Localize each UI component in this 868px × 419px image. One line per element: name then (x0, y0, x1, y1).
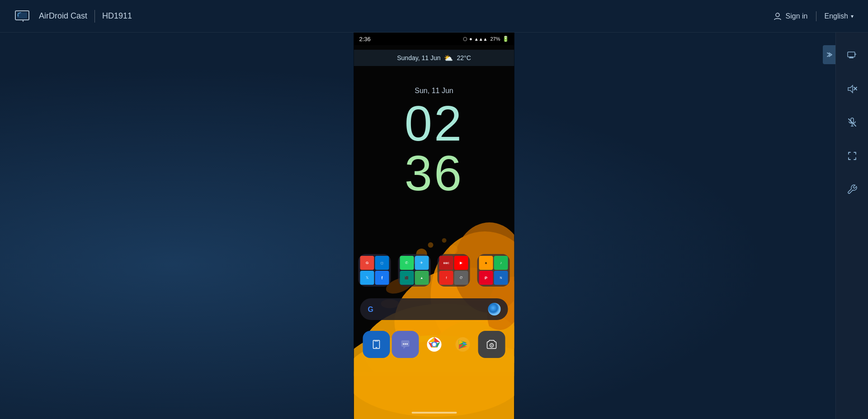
svg-point-24 (405, 344, 406, 345)
screen-mirror-button[interactable] (843, 46, 862, 65)
phone-status-bar: 2:36 ⬡ ● ▲▲▲ 27% 🔋 (354, 33, 514, 45)
weather-date: Sunday, 11 Jun (397, 54, 440, 61)
twitter-icon: 𝕏 (360, 271, 374, 285)
bluetooth-status-icon: ⬡ (463, 36, 467, 42)
dock-phone-icon[interactable] (363, 331, 390, 358)
right-sidebar (835, 33, 868, 419)
pinterest-icon: P (479, 271, 493, 285)
svg-point-14 (428, 242, 434, 248)
header-divider2 (816, 11, 816, 21)
weather-bar: Sunday, 11 Jun ⛅ 22°C (354, 50, 514, 66)
mic-off-button[interactable] (843, 113, 862, 132)
spotify-icon: ♪ (494, 256, 508, 270)
folder-social-email[interactable]: G ◻ 𝕏 f (359, 254, 391, 287)
svg-point-16 (442, 238, 447, 243)
telegram-icon: ✈ (415, 256, 429, 270)
phone-clock: Sun, 11 Jun 02 36 (354, 87, 514, 198)
header-divider (94, 10, 95, 23)
folder-shopping-music[interactable]: a ♪ P N (477, 254, 509, 287)
sign-in-label: Sign in (786, 12, 808, 20)
google-assistant-icon (488, 303, 501, 315)
svg-point-25 (406, 344, 408, 345)
main-area: 2:36 ⬡ ● ▲▲▲ 27% 🔋 Sunday, 11 Jun ⛅ 22°C… (0, 33, 868, 419)
person-icon (773, 12, 782, 21)
phone-time: 2:36 (359, 36, 371, 42)
svg-point-23 (403, 344, 404, 345)
weather-temp: 22°C (457, 54, 471, 61)
top-bar-left: AirDroid Cast HD1911 (14, 9, 132, 24)
outlook-icon: ◻ (375, 256, 389, 270)
youtube-icon: ▶ (454, 256, 468, 270)
gmail-icon: G (360, 256, 374, 270)
dock-chrome-icon[interactable] (420, 331, 448, 358)
device-name-label: HD1911 (102, 11, 132, 21)
phone-screen: 2:36 ⬡ ● ▲▲▲ 27% 🔋 Sunday, 11 Jun ⛅ 22°C… (354, 33, 514, 419)
top-bar-right: Sign in English ▾ (773, 11, 854, 21)
sign-in-button[interactable]: Sign in (773, 12, 808, 21)
folder-messaging[interactable]: ✆ ✈ ⬛ ▲ (398, 254, 430, 287)
battery-status-icon: 🔋 (502, 36, 509, 42)
google-search-bar[interactable]: G (360, 298, 508, 320)
clock-hours: 02 (354, 99, 514, 148)
clock-date: Sun, 11 Jun (354, 87, 514, 95)
whatsapp-icon: ✆ (400, 256, 414, 270)
language-selector[interactable]: English ▾ (825, 12, 854, 20)
drive-icon: ▲ (415, 271, 429, 285)
svg-point-17 (449, 245, 458, 254)
dock-playstore-icon[interactable] (449, 331, 476, 358)
tools-button[interactable] (843, 180, 862, 199)
svg-rect-22 (376, 347, 377, 348)
phone-status-icons: ⬡ ● ▲▲▲ 27% 🔋 (463, 36, 509, 42)
language-label: English (825, 12, 848, 20)
folder-news-media[interactable]: BBC ▶ f ⏱ (438, 254, 470, 287)
weather-icon: ⛅ (444, 54, 453, 62)
svg-text:G: G (368, 306, 373, 313)
newsmix-icon: N (494, 271, 508, 285)
battery-percent-label: 27% (490, 36, 500, 42)
google-logo: G (368, 304, 377, 314)
wifi-status-icon: ● (469, 36, 472, 42)
app-folders-row: G ◻ 𝕏 f ✆ ✈ (359, 254, 510, 287)
audio-off-button[interactable] (843, 80, 862, 99)
facebook-icon: f (375, 271, 389, 285)
home-indicator (411, 412, 457, 414)
expand-sidebar-button[interactable] (823, 45, 835, 64)
app-name-label: AirDroid Cast (39, 11, 87, 21)
airdroid-logo-icon (14, 9, 32, 24)
flipboard-icon: f (439, 271, 453, 285)
chevron-down-icon: ▾ (851, 13, 854, 19)
phone-dock (359, 331, 510, 358)
svg-point-4 (18, 15, 19, 16)
clock-minutes: 36 (354, 148, 514, 198)
screenshot-button[interactable] (843, 146, 862, 165)
signal-status-icon: ▲▲▲ (474, 37, 488, 42)
svg-point-32 (491, 344, 493, 346)
svg-point-5 (776, 13, 779, 17)
meet-icon: ⬛ (400, 271, 414, 285)
svg-rect-33 (848, 52, 855, 57)
amazon-icon: a (479, 256, 493, 270)
top-bar: AirDroid Cast HD1911 Sign in English ▾ (0, 0, 868, 33)
dock-messages-icon[interactable] (392, 331, 419, 358)
clock-app-icon: ⏱ (454, 271, 468, 285)
bbc-icon: BBC (439, 256, 453, 270)
svg-point-29 (432, 343, 436, 346)
dock-camera-icon[interactable] (478, 331, 505, 358)
